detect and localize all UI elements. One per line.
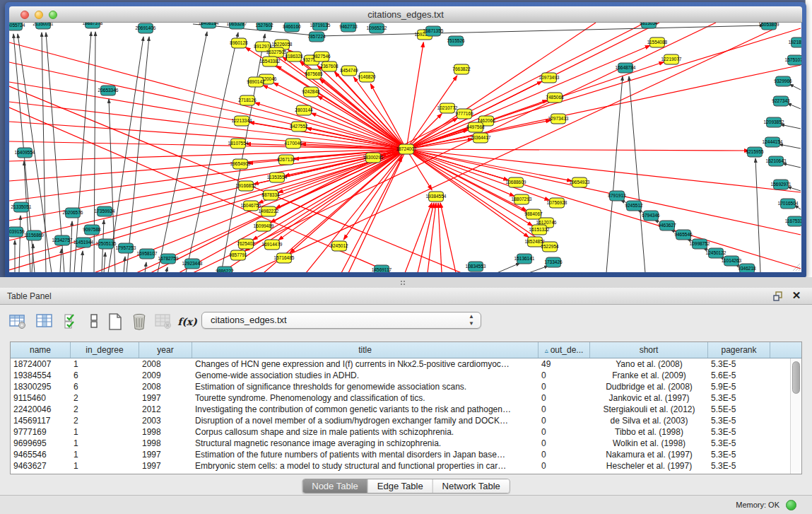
graph-node[interactable]: 16914479 (262, 240, 283, 250)
cell-out_de[interactable]: 0 (539, 370, 590, 381)
graph-node[interactable]: 19887378 (83, 23, 103, 28)
graph-node[interactable]: 9245512 (625, 201, 643, 211)
cell-year[interactable]: 1997 (139, 449, 192, 460)
table-row[interactable]: 946362711997Embryonic stem cells: a mode… (11, 460, 790, 472)
graph-node[interactable]: 10998752 (690, 239, 710, 249)
graph-node[interactable]: 8427552 (290, 122, 308, 132)
graph-node[interactable]: 9465546 (674, 230, 693, 240)
graph-node[interactable]: 5875685 (305, 69, 323, 79)
minimize-traffic-light[interactable] (35, 11, 43, 19)
graph-node[interactable]: 20653346 (98, 86, 119, 95)
graph-edge[interactable] (405, 203, 432, 272)
graph-node[interactable]: 18107554 (228, 139, 249, 148)
float-panel-icon[interactable] (772, 291, 784, 302)
graph-node[interactable]: 16409554 (15, 148, 35, 158)
table-row[interactable]: 2242004622012Investigating the contribut… (11, 404, 790, 415)
table-row[interactable]: 977716911998Corpus callosum shape and si… (11, 426, 790, 438)
graph-node[interactable]: 12505135 (96, 239, 117, 249)
scrollbar-thumb[interactable] (792, 361, 800, 394)
graph-node[interactable]: 9777169 (455, 109, 473, 119)
cell-pagerank[interactable]: 5.5E-5 (708, 404, 770, 415)
graph-node[interactable]: 9346218 (738, 264, 756, 272)
graph-node[interactable]: 8466160 (283, 23, 301, 32)
cell-name[interactable]: 22420046 (11, 404, 71, 415)
cell-name[interactable]: 9465546 (11, 449, 71, 460)
cell-short[interactable]: de Silva et al. (2003) (590, 415, 708, 426)
graph-node[interactable]: 12342757 (52, 235, 73, 245)
network-window-titlebar[interactable]: citations_edges.txt (9, 6, 802, 23)
graph-edge[interactable] (629, 76, 645, 272)
graph-node[interactable]: 9890142 (247, 77, 265, 87)
graph-edge[interactable] (787, 103, 801, 109)
graph-node[interactable]: 7857224 (307, 32, 326, 42)
cell-short[interactable]: Tibbo et al. (1998) (590, 426, 708, 438)
graph-node[interactable]: 11451944 (73, 238, 94, 247)
vertical-scrollbar[interactable] (790, 358, 801, 474)
table-row[interactable]: 1872400712008Changes of HCN gene express… (11, 358, 790, 370)
graph-edge[interactable] (406, 65, 801, 149)
network-window[interactable]: citations_edges.txt 18724007896012889129… (5, 2, 806, 277)
cell-out_de[interactable]: 0 (539, 460, 590, 472)
cell-short[interactable]: Dudbridge et al. (2008) (590, 381, 708, 392)
table-row[interactable]: 946554611997Estimation of the future num… (11, 449, 790, 460)
graph-edge[interactable] (406, 149, 749, 151)
table-source-dropdown[interactable]: citations_edges.txt ▲▼ (201, 312, 481, 329)
graph-node[interactable]: 7663822 (452, 64, 471, 74)
table-settings-icon[interactable] (7, 312, 28, 332)
tab-network-table[interactable]: Network Table (433, 479, 510, 493)
graph-edge[interactable] (166, 267, 167, 272)
graph-edge[interactable] (186, 33, 238, 272)
graph-node[interactable]: 17957253 (116, 243, 136, 253)
graph-edge[interactable] (438, 203, 442, 272)
graph-node[interactable]: 6497568 (466, 122, 485, 132)
graph-node[interactable]: 15716485 (274, 253, 295, 263)
graph-node[interactable]: 16782759 (158, 254, 179, 264)
cell-short[interactable]: Yano et al. (2008) (590, 358, 708, 370)
column-header-title[interactable]: title (192, 342, 539, 358)
cell-out_de[interactable]: 49 (539, 358, 590, 370)
graph-node[interactable]: 16053809 (759, 23, 779, 30)
rows-icon[interactable] (83, 312, 105, 332)
graph-node[interactable]: 9097588 (83, 225, 101, 235)
graph-node[interactable]: 8813054 (640, 23, 658, 28)
graph-node[interactable]: 12219077 (661, 54, 682, 64)
column-header-pagerank[interactable]: pagerank (708, 342, 770, 358)
graph-node[interactable]: 8791913 (608, 191, 626, 201)
column-header-short[interactable]: short (590, 342, 708, 358)
column-header-out_de[interactable]: ▵out_de... (539, 342, 590, 358)
table-row[interactable]: 1456911722003Disruption of a novel membe… (11, 415, 790, 426)
cell-pagerank[interactable]: 5.3E-5 (708, 460, 770, 472)
split-divider-handle-icon[interactable] (400, 280, 406, 285)
graph-node[interactable]: 10973493 (539, 73, 560, 83)
graph-node[interactable]: 12444154 (763, 137, 783, 147)
column-header-year[interactable]: year (139, 342, 192, 358)
graph-edge[interactable] (145, 262, 146, 272)
graph-edge[interactable] (104, 252, 105, 272)
cell-name[interactable]: 9463627 (11, 460, 71, 472)
graph-edge[interactable] (497, 263, 520, 272)
graph-node[interactable]: 11014263 (722, 256, 742, 266)
graph-edge[interactable] (529, 266, 548, 272)
cell-pagerank[interactable]: 5.3E-5 (708, 449, 770, 460)
graph-node[interactable]: 9463627 (658, 221, 676, 230)
table-row[interactable]: 911546021997Tourette syndrome. Phenomeno… (11, 392, 790, 404)
cell-in_degree[interactable]: 1 (71, 438, 139, 449)
cell-year[interactable]: 2003 (139, 415, 192, 426)
graph-node[interactable]: 19654905 (230, 159, 251, 169)
graph-edge[interactable] (787, 187, 801, 191)
graph-node[interactable]: 19384554 (426, 192, 447, 201)
graph-node[interactable]: 12973433 (548, 114, 569, 124)
cell-name[interactable]: 18724007 (11, 358, 71, 370)
cell-in_degree[interactable]: 1 (71, 460, 139, 472)
graph-node[interactable]: 10653287 (227, 23, 247, 29)
row-check-icon[interactable] (61, 312, 82, 332)
graph-node[interactable]: 21350051 (33, 23, 54, 29)
graph-node[interactable]: 16958107 (137, 249, 158, 259)
cell-pagerank[interactable]: 5.3E-5 (708, 415, 770, 426)
graph-node[interactable]: 9039159 (9, 227, 25, 237)
graph-node[interactable]: 9827546 (312, 52, 331, 62)
cell-title[interactable]: Corpus callosum shape and size in male p… (192, 426, 539, 438)
graph-node[interactable]: 8267130 (277, 155, 295, 165)
cell-short[interactable]: Stergiakouli et al. (2012) (590, 404, 708, 415)
graph-node[interactable]: 11156869 (24, 230, 44, 240)
